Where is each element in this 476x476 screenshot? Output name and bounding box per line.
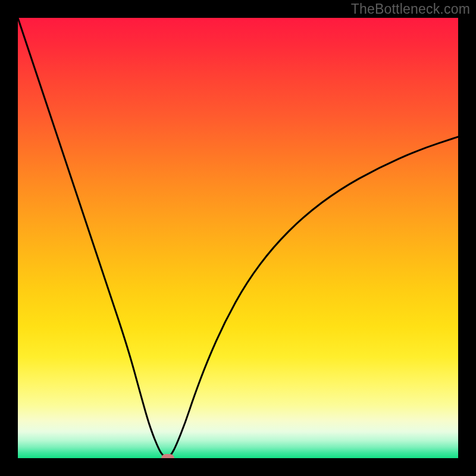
optimal-point-marker — [161, 454, 174, 458]
chart-frame: TheBottleneck.com — [0, 0, 476, 476]
curve-svg — [18, 18, 458, 458]
watermark-text: TheBottleneck.com — [351, 1, 470, 17]
plot-area — [18, 18, 458, 458]
bottleneck-curve — [18, 18, 458, 458]
